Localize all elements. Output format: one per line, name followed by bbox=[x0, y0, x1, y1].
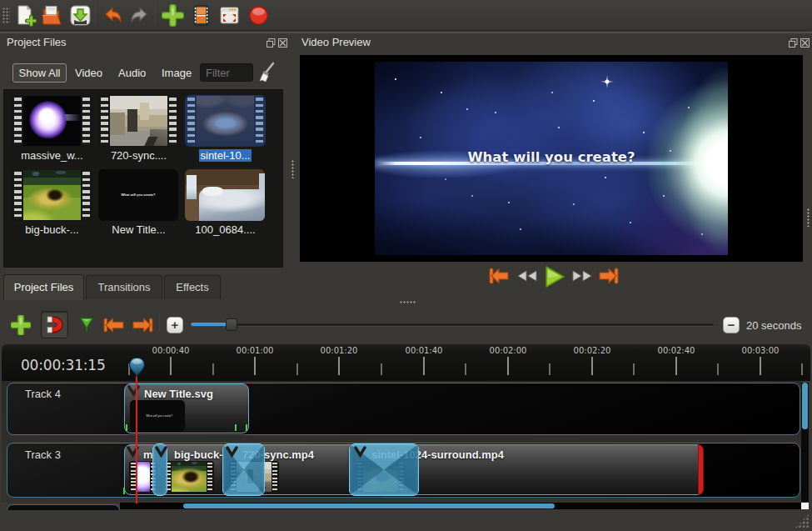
horizontal-splitter-handle[interactable] bbox=[400, 301, 416, 303]
clip-label: New Title.svg bbox=[144, 388, 244, 400]
scrollbar-corner bbox=[801, 503, 809, 509]
track-4-label: Track 4 bbox=[25, 388, 61, 400]
open-project-button[interactable] bbox=[41, 4, 63, 27]
sparkle-star bbox=[597, 72, 617, 92]
tab-project-files[interactable]: Project Files bbox=[3, 274, 84, 300]
clip-menu-chevron-icon[interactable] bbox=[226, 446, 238, 458]
audio-filter-button[interactable]: Audio bbox=[118, 67, 146, 79]
save-project-button[interactable] bbox=[69, 4, 92, 27]
vertical-scrollbar-thumb[interactable] bbox=[802, 383, 808, 429]
ruler-label: 00:03:00 bbox=[735, 346, 785, 355]
window-resize-grip[interactable] bbox=[795, 513, 810, 528]
right-splitter-handle[interactable] bbox=[807, 208, 810, 227]
horizontal-scrollbar-thumb[interactable] bbox=[183, 503, 555, 508]
tab-effects[interactable]: Effects bbox=[164, 275, 221, 299]
project-files-float-icon[interactable] bbox=[267, 36, 276, 45]
zoom-slider-handle[interactable] bbox=[226, 318, 237, 331]
project-files-close-icon[interactable] bbox=[278, 36, 287, 45]
zoom-in-button[interactable]: + bbox=[167, 317, 183, 333]
snapping-toggle-button[interactable] bbox=[41, 311, 68, 338]
fullscreen-button[interactable] bbox=[218, 4, 241, 27]
track-2-partial bbox=[7, 504, 120, 510]
horizontal-scrollbar[interactable] bbox=[120, 503, 801, 509]
toolbar-separator bbox=[155, 5, 156, 25]
filter-input[interactable] bbox=[200, 63, 253, 82]
ruler-label: 00:02:20 bbox=[567, 346, 617, 355]
undo-button[interactable] bbox=[102, 4, 124, 27]
track-3-label: Track 3 bbox=[25, 448, 61, 461]
timeline-ruler[interactable]: 00:00:31:15 00:00:40 00:01:00 00:01:20 0… bbox=[2, 344, 810, 381]
export-video-icon bbox=[247, 4, 270, 27]
playhead-marker[interactable] bbox=[128, 355, 146, 378]
jump-to-end-button[interactable] bbox=[598, 264, 620, 288]
file-item-sintel[interactable]: sintel-10... bbox=[185, 95, 266, 162]
fast-forward-button[interactable] bbox=[571, 264, 593, 288]
project-files-title: Project Files bbox=[7, 36, 67, 51]
toolbar-separator bbox=[95, 5, 96, 25]
clear-filter-button[interactable] bbox=[257, 62, 276, 87]
fast-forward-icon bbox=[571, 264, 593, 288]
rewind-button[interactable] bbox=[516, 264, 538, 288]
choose-profile-button[interactable] bbox=[190, 4, 212, 27]
undo-icon bbox=[102, 4, 124, 27]
tab-transitions[interactable]: Transitions bbox=[86, 275, 162, 299]
toolbar-drag-handle[interactable] bbox=[2, 8, 10, 23]
vertical-scrollbar[interactable] bbox=[801, 383, 809, 502]
broom-icon bbox=[257, 62, 276, 83]
file-thumbnail-sintel bbox=[185, 95, 266, 147]
clip-menu-chevron-icon[interactable] bbox=[155, 446, 167, 458]
file-label: 720-sync.... bbox=[98, 149, 179, 162]
toolbar-divider bbox=[0, 32, 812, 33]
previous-marker-button[interactable] bbox=[102, 315, 125, 338]
export-video-button[interactable] bbox=[247, 4, 270, 27]
open-project-icon bbox=[41, 4, 63, 27]
ruler-label: 00:00:40 bbox=[146, 346, 196, 355]
video-preview-title: Video Preview bbox=[301, 36, 371, 51]
stars bbox=[395, 78, 396, 80]
file-item-massive[interactable]: massive_w... bbox=[12, 95, 92, 162]
toolbar-separator bbox=[159, 313, 160, 332]
show-all-button[interactable]: Show All bbox=[12, 63, 67, 83]
timeline-tracks-area[interactable]: Track 4 Track 3 New Title.svg What will … bbox=[2, 381, 801, 503]
file-item-bedroom[interactable]: 100_0684.... bbox=[185, 169, 266, 236]
import-files-button[interactable] bbox=[162, 4, 184, 27]
new-project-button[interactable] bbox=[14, 4, 37, 27]
ruler-label: 00:01:40 bbox=[399, 346, 449, 355]
ruler-label: 00:02:40 bbox=[651, 346, 701, 355]
video-preview-area[interactable]: What will you create? bbox=[300, 55, 803, 262]
play-button[interactable] bbox=[543, 264, 565, 288]
next-marker-button[interactable] bbox=[132, 315, 154, 338]
snapping-icon bbox=[42, 312, 67, 338]
add-track-button[interactable] bbox=[11, 315, 31, 338]
video-preview-float-icon[interactable] bbox=[789, 36, 798, 45]
main-toolbar bbox=[0, 0, 812, 31]
zoom-slider[interactable] bbox=[191, 323, 714, 326]
zoom-out-button[interactable]: − bbox=[723, 317, 740, 333]
jump-to-end-icon bbox=[598, 264, 620, 288]
file-item-720sync[interactable]: 720-sync.... bbox=[98, 95, 179, 162]
file-thumbnail-newtitle: What will you create? bbox=[98, 169, 178, 221]
image-filter-button[interactable]: Image bbox=[162, 67, 192, 79]
clip-menu-chevron-icon[interactable] bbox=[127, 385, 140, 397]
video-preview-close-icon[interactable] bbox=[800, 36, 810, 45]
current-time-display: 00:00:31:15 bbox=[21, 357, 106, 373]
file-thumbnail-bedroom bbox=[185, 169, 265, 221]
clip-trim-edge[interactable] bbox=[698, 444, 704, 495]
openshot-window: Project Files Show All Video Audio Image… bbox=[0, 0, 812, 531]
jump-to-start-icon bbox=[488, 264, 510, 288]
playhead-line bbox=[136, 375, 137, 503]
add-marker-button[interactable] bbox=[79, 317, 94, 337]
video-filter-button[interactable]: Video bbox=[75, 67, 102, 79]
import-files-icon bbox=[162, 4, 184, 27]
jump-to-start-button[interactable] bbox=[488, 264, 510, 288]
play-icon bbox=[543, 264, 566, 289]
clip-new-title[interactable]: New Title.svg What will you create? bbox=[124, 383, 249, 433]
redo-icon bbox=[128, 4, 151, 27]
file-label: big-buck-... bbox=[12, 223, 92, 236]
file-label: massive_w... bbox=[12, 149, 92, 162]
clip-menu-chevron-icon[interactable] bbox=[354, 446, 366, 458]
file-item-bigbuck[interactable]: big-buck-... bbox=[12, 169, 92, 236]
file-item-newtitle[interactable]: What will you create? New Title... bbox=[98, 169, 179, 236]
redo-button[interactable] bbox=[128, 4, 151, 27]
vertical-splitter-handle[interactable] bbox=[291, 160, 294, 178]
